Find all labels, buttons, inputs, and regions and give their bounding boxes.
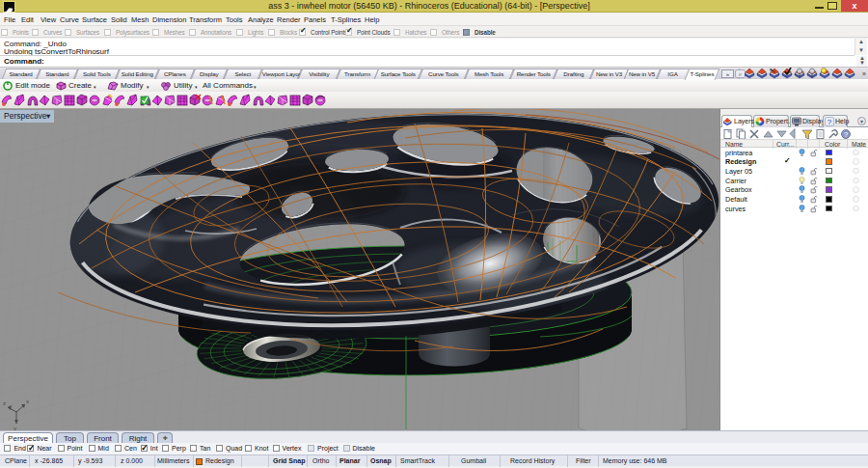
svg-text:»: » [862, 70, 866, 77]
svg-text:x: x [26, 399, 29, 404]
svg-text:?: ? [844, 130, 849, 139]
svg-text:z: z [3, 400, 6, 406]
svg-text:?: ? [827, 118, 832, 126]
